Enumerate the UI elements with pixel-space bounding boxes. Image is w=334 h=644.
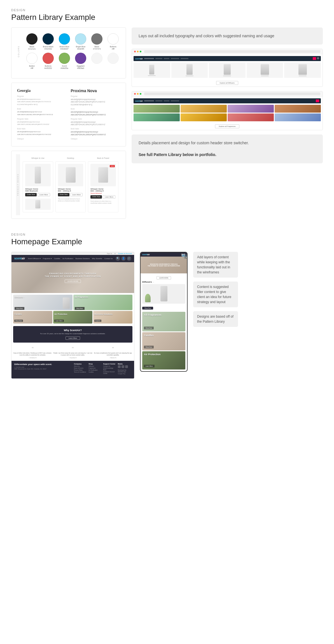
callout-box-2: Details placement and design for custom … xyxy=(132,134,323,163)
learn-more-btn-1[interactable]: Learn More xyxy=(38,193,50,196)
mob-learn-more-btn[interactable]: LEARN MORE xyxy=(157,276,171,280)
colors-grid-wrapper: COLORS Black#212121 Brand Black#002942 xyxy=(17,33,120,70)
swatch-circle-empty2 xyxy=(108,53,119,64)
explore-diffusers-btn[interactable]: Explore all Diffusers xyxy=(216,81,238,85)
air-protection-learn-btn[interactable]: Learn More xyxy=(54,320,64,322)
hp-hero-btn[interactable]: LEARN MORE xyxy=(65,280,81,283)
fragrances-shop-btn[interactable]: Shop Now xyxy=(75,307,85,310)
quote-author-3: – Bonnie N. xyxy=(94,357,132,359)
diffuser-shape-1 xyxy=(35,167,41,183)
swatch-red: Buttons#e05252 xyxy=(41,53,55,70)
product-img-2 xyxy=(58,164,83,186)
dot-green xyxy=(140,51,141,52)
product-mock-wrapper: PRODUCT BOOKS Whsiper & Use Desktop Back… xyxy=(16,154,121,215)
hp-cat-section: Diffusers → Shop Now xyxy=(11,293,134,326)
diffusers-shop-btn[interactable]: Shop Now xyxy=(15,307,24,310)
hp-hero-title: ENHANCING ENVIRONMENTS THROUGHTHE POWER … xyxy=(45,272,101,278)
explore-fragrances-btn[interactable]: Explore all Fragrances xyxy=(215,124,239,128)
nav-airpure[interactable]: Air Purification xyxy=(62,258,73,259)
mob-fragrances-section: All Fragrances Shop Now xyxy=(142,312,185,331)
mob-cart-icon[interactable]: 🛒 xyxy=(184,254,185,255)
hp-nav: Scent Diffusers ▾ Fragrance ▾ Candles Ai… xyxy=(28,257,113,259)
nav-candles[interactable]: Candles xyxy=(54,258,60,259)
typography-card: Georgia Regular abcdefghijklmnopqrstuvwx… xyxy=(11,83,126,147)
social-twitter[interactable] xyxy=(122,365,124,368)
quote-author-1: – Christina H. xyxy=(13,357,52,359)
colors-sidebar-label: COLORS xyxy=(18,46,20,57)
annotation-text-2: Content is suggested filler content to g… xyxy=(197,285,231,304)
annotation-text-3: Designs are based off of the Pattern Lib… xyxy=(197,315,233,324)
swatch-circle-white2 xyxy=(26,53,38,64)
nav-why[interactable]: Why ScentAir xyxy=(92,258,102,259)
homepage-annotations: Add layers of content while keeping with… xyxy=(193,252,238,327)
learn-more-btn-2[interactable]: Learn More xyxy=(70,193,83,196)
nav-fragrance[interactable]: Fragrance ▾ xyxy=(43,257,52,259)
swatch-basic-gray: Basic#737373 xyxy=(90,33,104,50)
candles-label: Candles xyxy=(14,313,23,315)
mob-diffuser-img xyxy=(142,284,185,304)
dot-red-2 xyxy=(134,93,136,95)
nav-contact[interactable]: Contact Us xyxy=(104,258,113,259)
mob-airprotection-learn-btn[interactable]: Learn More xyxy=(144,365,155,368)
cart-icon[interactable]: 🛒 xyxy=(127,256,131,261)
homepage-desktop-mockup: Sign In or Create an Account scentair Sc… xyxy=(11,252,134,379)
colors-grid: Black#212121 Brand Black#002942 Brand Bl… xyxy=(22,33,120,70)
order-now-btn-2[interactable]: Order Now xyxy=(58,193,69,196)
learn-more-btn-3[interactable]: Learn More xyxy=(103,195,115,199)
candles-shop-btn[interactable]: Shop Now xyxy=(14,320,23,322)
why-learn-btn[interactable]: Learn More xyxy=(66,336,80,340)
why-scent-section: Why ScentAir? For over 25 years, we've l… xyxy=(13,326,132,343)
mob-fragrances-shop-btn[interactable]: Shop Now xyxy=(144,327,154,329)
product-mockup-card: PRODUCT BOOKS Whsiper & Use Desktop Back… xyxy=(11,151,126,219)
business-label: Business Solutions xyxy=(94,313,113,315)
annotation-1: Add layers of content while keeping with… xyxy=(193,252,238,278)
frag-8 xyxy=(275,113,321,121)
mob-logo: scentair xyxy=(142,254,150,255)
swatch-circle-red xyxy=(43,53,54,64)
nav-business[interactable]: Business Solutions xyxy=(76,258,90,259)
testimonial-3: " So many compliments from guests and I … xyxy=(94,347,132,359)
social-linkedin[interactable] xyxy=(118,365,121,368)
why-text: For over 25 years, we've led the charge … xyxy=(16,333,130,335)
mock-product-2 xyxy=(171,62,208,78)
fragrance-grid xyxy=(134,105,321,121)
footer-company: Company About Us News & Events Privacy P… xyxy=(74,363,87,375)
swatch-bright-blue: Bright Blue#b3e5f5 xyxy=(74,33,88,50)
section2-title: Homepage Example xyxy=(11,237,323,246)
quote-mark-3: " xyxy=(94,347,132,352)
swatch-empty2 xyxy=(106,53,120,70)
order-now-btn-1[interactable]: Order Now xyxy=(25,193,37,196)
typography-grid: Georgia Regular abcdefghijklmnopqrstuvwx… xyxy=(17,89,120,141)
user-icon[interactable]: 👤 xyxy=(121,256,126,261)
swatch-circle-purple xyxy=(75,53,86,64)
hp-cat-diffusers: Diffusers → Shop Now xyxy=(13,295,73,310)
nav-diffusers[interactable]: Scent Diffusers ▾ xyxy=(28,257,41,259)
order-now-btn-3[interactable]: Order Now xyxy=(90,195,102,199)
annotation-2: Content is suggested filler content to g… xyxy=(193,282,238,307)
dot-yellow xyxy=(137,51,139,52)
business-explore-btn[interactable]: Explore xyxy=(94,320,101,322)
search-icon[interactable]: 🔍 xyxy=(116,256,120,261)
mob-fragrances-title: All Fragrances xyxy=(144,313,162,316)
pattern-left: COLORS Black#212121 Brand Black#002942 xyxy=(11,27,126,219)
mob-candles-shop-btn[interactable]: Shop Now xyxy=(144,346,154,348)
mobile-frame: scentair 🔍 🛒 ENHANCING ENVIRONMENTS THRO… xyxy=(140,252,188,372)
quote-text-1: Easy to follow instructions. Hooking up … xyxy=(13,352,52,356)
mock-product-grid xyxy=(134,62,321,78)
swatch-purple: Eggplant#6b3fa0 xyxy=(74,53,88,70)
mob-diffusers-shop-btn[interactable]: Shop Now xyxy=(142,307,153,310)
homepage-mobile-mockup: scentair 🔍 🛒 ENHANCING ENVIRONMENTS THRO… xyxy=(140,252,188,372)
mob-diffusers-section: Diffusers → Shop Now xyxy=(141,281,187,311)
swatch-white2: Button#fff xyxy=(25,53,39,70)
product-col-1: Whisper HomeWith Bluetooth Order Now Lea… xyxy=(23,161,53,212)
quote-text-2: Finally I can throw away the spray cans … xyxy=(53,352,92,356)
swatch-white: Buttons#fff xyxy=(106,33,120,50)
quote-author-2: – Faustina H. xyxy=(53,357,92,359)
social-facebook[interactable] xyxy=(125,365,128,368)
annotation-3: Designs are based off of the Pattern Lib… xyxy=(193,311,238,327)
section1-label: DESIGN xyxy=(11,8,323,12)
swatch-circle-basic-gray xyxy=(91,33,102,45)
typo-georgia: Georgia Regular abcdefghijklmnopqrstuvwx… xyxy=(17,89,67,141)
fragrances-label: All Fragrances → xyxy=(75,296,90,298)
mob-search-icon[interactable]: 🔍 xyxy=(181,254,183,255)
